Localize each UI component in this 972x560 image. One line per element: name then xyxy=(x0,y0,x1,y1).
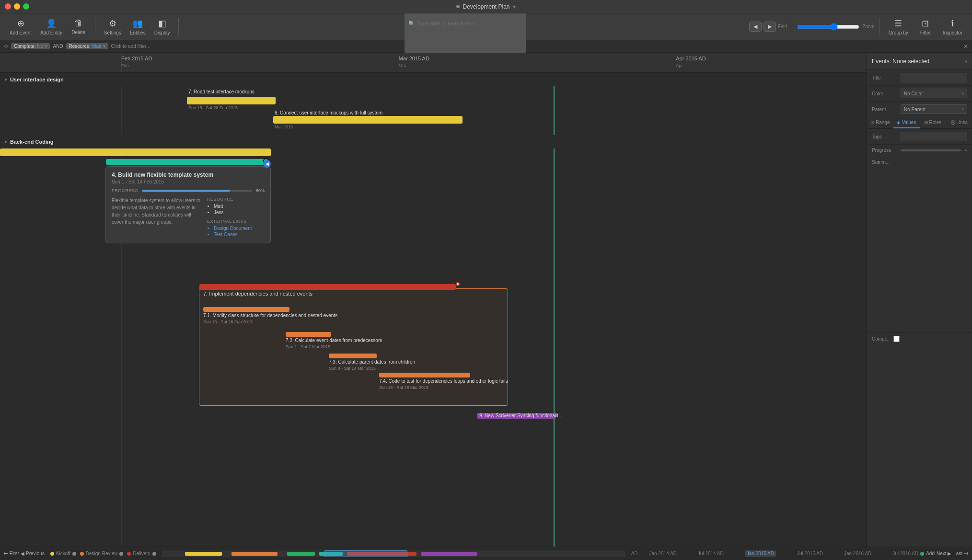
resource-filter-label: Resource: xyxy=(69,44,91,49)
event-card-body: Flexible template system to allow users … xyxy=(112,197,265,238)
mini-bar-design xyxy=(231,552,278,556)
sub-label-7-2: 7.2. Calculate event dates from predeces… xyxy=(286,338,382,343)
event-bar-connect-ui[interactable] xyxy=(273,116,463,124)
nav-first-button[interactable]: ⊢ First xyxy=(4,551,19,556)
complete-filter-label: Complete: xyxy=(14,44,36,49)
legend-label-design: Design Review xyxy=(86,551,118,556)
minimize-button[interactable] xyxy=(14,3,20,10)
resource-label: RESOURCE xyxy=(207,197,265,202)
resource-item-matt: Matt xyxy=(214,204,265,209)
add-event-icon: ⊕ xyxy=(17,18,24,29)
panel-field-title: Title xyxy=(867,70,972,86)
mini-bar-kickoff xyxy=(185,552,222,556)
date-label-jan2014: Jan 2014 AD xyxy=(649,551,677,556)
find-prev-button[interactable]: ◀ xyxy=(749,22,762,32)
event-label-connect-ui: 8. Connect user interface mockups with f… xyxy=(275,110,382,115)
progress-label: PROGRESS xyxy=(112,188,138,193)
sub-bar-7-2[interactable] xyxy=(286,332,331,337)
search-input[interactable] xyxy=(417,21,522,26)
inspector-button[interactable]: ℹ Inspector xyxy=(939,16,966,37)
maximize-button[interactable] xyxy=(23,3,29,10)
date-label-ad: AD xyxy=(631,551,638,556)
find-next-button[interactable]: ▶ xyxy=(764,22,776,32)
sub-label-7-1: 7.1. Modify class structure for dependen… xyxy=(203,313,337,318)
main-layout: Feb 2015 AD Feb Mar 2015 AD Mar Apr 2015… xyxy=(0,53,972,547)
progress-pct: 80% xyxy=(256,188,265,193)
nav-next-button[interactable]: Next ▶ xyxy=(937,551,951,556)
panel-color-label: Color xyxy=(872,91,897,96)
add-event-button[interactable]: ⊕ Add Event xyxy=(6,16,35,37)
group-backend-label: Back-end Coding xyxy=(10,139,53,145)
close-button[interactable] xyxy=(5,3,11,10)
panel-title-input[interactable] xyxy=(901,73,967,82)
event-bar-backend[interactable] xyxy=(0,149,271,156)
tab-links[interactable]: ⛓ Links xyxy=(946,117,972,128)
display-button[interactable]: ◧ Display xyxy=(150,16,174,37)
filter-button[interactable]: ⊡ Filter xyxy=(914,16,937,37)
panel-tags-input[interactable] xyxy=(901,132,967,141)
teal-bar-area: ◀ xyxy=(106,158,269,166)
link-design-doc[interactable]: Design Document xyxy=(214,226,265,231)
tab-roles[interactable]: ⊞ Roles xyxy=(920,117,946,128)
delete-icon: 🗑 xyxy=(74,18,83,28)
ext-links-label: EXTERNAL LINKS xyxy=(207,219,265,224)
event-bar-road-test[interactable] xyxy=(187,97,276,104)
settings-button[interactable]: ⚙ Settings xyxy=(100,16,125,37)
panel-complete-checkbox[interactable] xyxy=(893,336,900,342)
panel-parent-select[interactable]: No Parent ▾ xyxy=(901,104,967,114)
link-test-cases[interactable]: Test Cases xyxy=(214,232,265,237)
toolbar-sep-1 xyxy=(95,18,95,35)
title-bar: Development Plan ▾ xyxy=(0,0,972,13)
sub-bar-7-1[interactable] xyxy=(203,307,289,312)
timeline-viewport[interactable] xyxy=(324,550,407,557)
sub-bar-7-4[interactable] xyxy=(379,373,470,377)
toolbar-add-group: ⊕ Add Event 👤 Add Entity 🗑 Delete xyxy=(6,16,90,37)
filter-clear-button[interactable]: ✕ xyxy=(963,43,968,50)
teal-bar-4[interactable] xyxy=(106,159,266,165)
complete-filter-tag[interactable]: Complete: No ▾ xyxy=(11,43,50,49)
legend-label-kickoff: Kickoff xyxy=(56,551,70,556)
resource-filter-tag[interactable]: Resource: Matt ▾ xyxy=(66,43,108,49)
month-apr-label: Apr 2015 AD xyxy=(676,56,706,61)
nav-add-button[interactable]: Add xyxy=(926,551,935,556)
legend-label-delivery: Delivery xyxy=(133,551,150,556)
delete-button[interactable]: 🗑 Delete xyxy=(67,16,90,37)
month-apr-sub: Apr xyxy=(676,63,683,68)
nested-red-bar[interactable] xyxy=(199,284,456,290)
event-label-scrivener: 9. New Scrivener Syncing functionalit... xyxy=(479,413,562,418)
month-feb-label: Feb 2015 AD xyxy=(121,56,152,61)
add-filter-placeholder[interactable]: Click to add filter... xyxy=(111,44,150,49)
entities-button[interactable]: 👥 Entities xyxy=(126,16,150,37)
legend-dot-kickoff xyxy=(50,552,54,556)
legend-delivery-status xyxy=(152,552,156,556)
group-header-backend[interactable]: Back-end Coding xyxy=(0,135,867,149)
panel-color-value: No Color xyxy=(904,91,923,96)
toolbar-sep-2 xyxy=(178,18,179,35)
sub-bar-7-3[interactable] xyxy=(329,354,377,358)
panel-summ-label: Summ... xyxy=(872,160,890,165)
panel-complete-row: Compl... xyxy=(867,332,972,345)
panel-expand-button[interactable]: › xyxy=(965,57,967,65)
title-dot xyxy=(456,5,460,8)
tab-range[interactable]: ⊡ Range xyxy=(867,117,893,128)
add-entity-button[interactable]: 👤 Add Entity xyxy=(36,16,66,37)
sub-date-7-2: Sun 1 - Sat 7 Mar 2015 xyxy=(286,344,330,349)
complete-filter-value: No xyxy=(37,44,44,49)
timeline-mini[interactable] xyxy=(162,550,625,557)
zoom-slider[interactable] xyxy=(797,23,859,31)
nav-last-button[interactable]: Last ⊣ xyxy=(953,551,968,556)
group-header-ui[interactable]: User interface design xyxy=(0,73,867,86)
toolbar: ⊕ Add Event 👤 Add Entity 🗑 Delete ⚙ Sett… xyxy=(0,13,972,40)
toolbar-sep-3 xyxy=(792,18,792,35)
toolbar-settings-group: ⚙ Settings 👥 Entities ◧ Display xyxy=(100,16,174,37)
zoom-group: Zoom xyxy=(797,23,875,31)
legend-group: Kickoff Design Review Delivery xyxy=(50,551,156,556)
panel-parent-label: Parent xyxy=(872,107,897,112)
group-by-button[interactable]: ☰ Group by xyxy=(885,16,912,37)
link-list: Design Document Test Cases xyxy=(207,226,265,237)
nav-prev-button[interactable]: ◀ Previous xyxy=(21,551,45,556)
display-icon: ◧ xyxy=(158,18,166,29)
tab-values[interactable]: ◈ Values xyxy=(893,117,920,128)
panel-tabs: ⊡ Range ◈ Values ⊞ Roles ⛓ Links xyxy=(867,117,972,129)
panel-color-select[interactable]: No Color ▾ xyxy=(901,89,967,98)
